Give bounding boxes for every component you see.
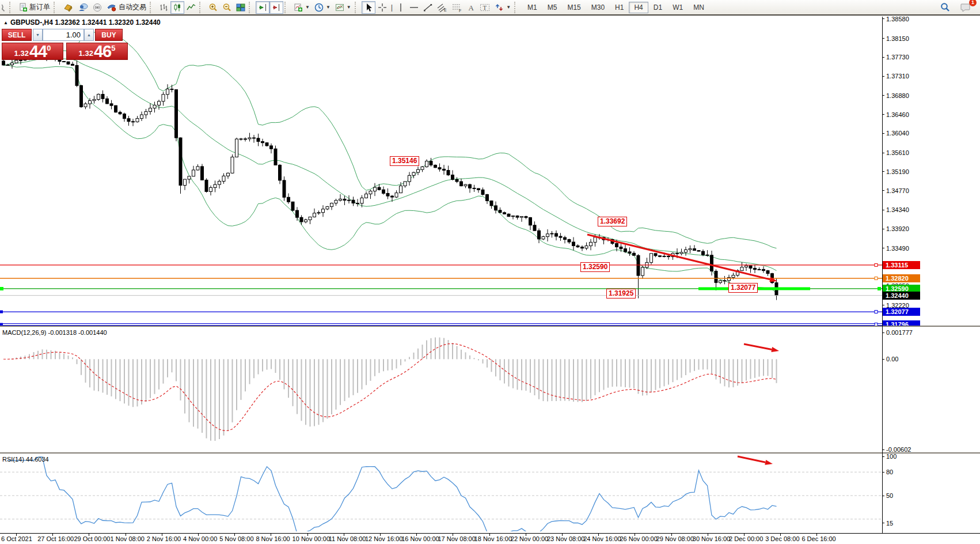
buy-button[interactable]: BUY: [95, 29, 123, 41]
metaeditor-button[interactable]: [60, 1, 75, 14]
macd-chart[interactable]: [0, 327, 882, 452]
price-tick-label: 1.37310: [886, 73, 909, 80]
time-axis-label: 22 Nov 00:00: [511, 535, 548, 542]
autotrading-icon: [107, 3, 117, 12]
horizontal-line-button[interactable]: [407, 1, 421, 14]
dropdown-arrow-icon: ▼: [506, 5, 511, 10]
autotrading-button[interactable]: 自动交易: [104, 1, 149, 14]
sell-price-main: 1.32: [14, 49, 29, 58]
macd-label: MACD(12,26,9) -0.001318 -0.001440: [2, 329, 107, 336]
text-button[interactable]: A: [465, 1, 477, 14]
timeframe-button-m30[interactable]: M30: [586, 2, 610, 13]
line-chart-button[interactable]: [184, 1, 198, 14]
news-icon: [93, 3, 102, 12]
sell-price-box[interactable]: 1.32 44 0: [2, 43, 63, 60]
volume-increase-button[interactable]: ▲: [84, 29, 94, 41]
metaeditor-icon: [63, 3, 73, 12]
macd-axis-label: 0.001777: [886, 329, 913, 336]
price-annotation: 1.33692: [598, 217, 627, 226]
arrows-button[interactable]: ▼: [492, 1, 513, 14]
indicators-button[interactable]: ▼: [291, 1, 312, 14]
timeframe-button-h1[interactable]: H1: [610, 2, 629, 13]
bar-chart-icon: [159, 3, 168, 12]
community-icon: [78, 3, 88, 12]
price-level-label: 1.33115: [883, 261, 920, 269]
candles: [2, 50, 778, 300]
volume-input[interactable]: 1.00: [43, 29, 84, 41]
time-axis[interactable]: 6 Oct 202127 Oct 16:0029 Oct 00:001 Nov …: [0, 533, 980, 544]
sell-button[interactable]: SELL: [2, 29, 32, 41]
price-tick-label: 1.34340: [886, 206, 909, 213]
dropdown-arrow-icon: ▼: [347, 5, 351, 10]
time-axis-label: 29 Nov 08:00: [656, 535, 694, 542]
cursor-button[interactable]: [362, 1, 375, 14]
price-tick-label: 1.36040: [886, 130, 909, 137]
time-axis-label: 4 Nov 00:00: [183, 535, 217, 542]
cursor-icon: [364, 3, 373, 12]
crosshair-icon: [378, 3, 387, 12]
timeframe-button-m15[interactable]: M15: [562, 2, 586, 13]
svg-text:A: A: [469, 3, 474, 12]
new-order-icon: [18, 3, 28, 12]
notification-badge: 1: [969, 0, 977, 6]
chart-shift-button[interactable]: [269, 1, 283, 14]
timeframe-button-w1[interactable]: W1: [667, 2, 688, 13]
new-order-label: 新订单: [29, 2, 50, 12]
price-tick-label: 1.38580: [886, 16, 909, 22]
text-label-button[interactable]: T: [477, 1, 492, 14]
timeframe-toolbar: M1M5M15M30H1H4D1W1MN: [522, 2, 709, 13]
volume-decrease-button[interactable]: ▼: [33, 29, 43, 41]
main-chart-panel[interactable]: ▲ GBPUSD-,H4 1.32362 1.32441 1.32320 1.3…: [0, 17, 980, 326]
vertical-line-button[interactable]: [394, 1, 407, 14]
macd-panel[interactable]: MACD(12,26,9) -0.001318 -0.001440 0.0017…: [0, 327, 980, 452]
timeframe-button-h4[interactable]: H4: [629, 2, 648, 13]
community-button[interactable]: [75, 1, 90, 14]
candlestick-chart-button[interactable]: [170, 1, 184, 14]
search-button[interactable]: [938, 1, 952, 14]
price-annotation: 1.35146: [390, 156, 419, 166]
rsi-panel[interactable]: RSI(14) 44.6034 100805015: [0, 454, 980, 531]
timeframe-button-m1[interactable]: M1: [522, 2, 542, 13]
time-axis-label: 17 Nov 08:00: [438, 535, 475, 542]
price-tick-label: 1.37730: [886, 54, 909, 61]
zoom-in-button[interactable]: [206, 1, 220, 14]
equidistant-channel-button[interactable]: E: [435, 1, 450, 14]
zoom-out-button[interactable]: [220, 1, 234, 14]
templates-button[interactable]: ▼: [333, 1, 354, 14]
rsi-chart[interactable]: [0, 454, 882, 531]
new-order-button[interactable]: 新订单: [16, 1, 52, 14]
timeframe-button-m5[interactable]: M5: [542, 2, 563, 13]
price-tick-label: 1.35190: [886, 168, 909, 175]
trendline-icon: [423, 3, 432, 12]
notifications-button[interactable]: 1: [958, 1, 973, 14]
timeframe-button-d1[interactable]: D1: [648, 2, 667, 13]
price-annotation: 1.32590: [580, 262, 610, 272]
candlestick-chart[interactable]: [0, 17, 882, 326]
time-axis-label: 10 Nov 00:00: [293, 535, 330, 542]
indicators-icon: [294, 3, 303, 12]
fibonacci-button[interactable]: F: [450, 1, 465, 14]
time-axis-label: 8 Nov 16:00: [256, 535, 290, 542]
bar-chart-button[interactable]: [157, 1, 170, 14]
timeframe-button-mn[interactable]: MN: [688, 2, 709, 13]
candlestick-chart-icon: [173, 3, 182, 12]
rsi-axis-label: 15: [886, 520, 893, 527]
auto-scroll-button[interactable]: [256, 1, 269, 14]
chart-shift-icon: [272, 3, 281, 12]
axis-border-line: [882, 17, 883, 533]
svg-text:E: E: [444, 8, 447, 12]
news-button[interactable]: [90, 1, 104, 14]
crosshair-button[interactable]: [375, 1, 389, 14]
periods-clock-icon: [314, 3, 324, 12]
trendline-button[interactable]: [421, 1, 435, 14]
price-tick-label: 1.35610: [886, 149, 909, 156]
time-axis-label: 2 Nov 16:00: [147, 535, 181, 542]
periods-button[interactable]: ▼: [312, 1, 333, 14]
tile-windows-button[interactable]: [234, 1, 248, 14]
buy-price-sup: 5: [111, 44, 115, 52]
clipped-icon[interactable]: [1, 1, 8, 14]
collapse-arrow-icon[interactable]: ▲: [3, 20, 8, 25]
buy-price-box[interactable]: 1.32 46 5: [66, 43, 128, 60]
toolbar-grip: [514, 2, 519, 13]
chart-title: ▲ GBPUSD-,H4 1.32362 1.32441 1.32320 1.3…: [3, 18, 161, 27]
